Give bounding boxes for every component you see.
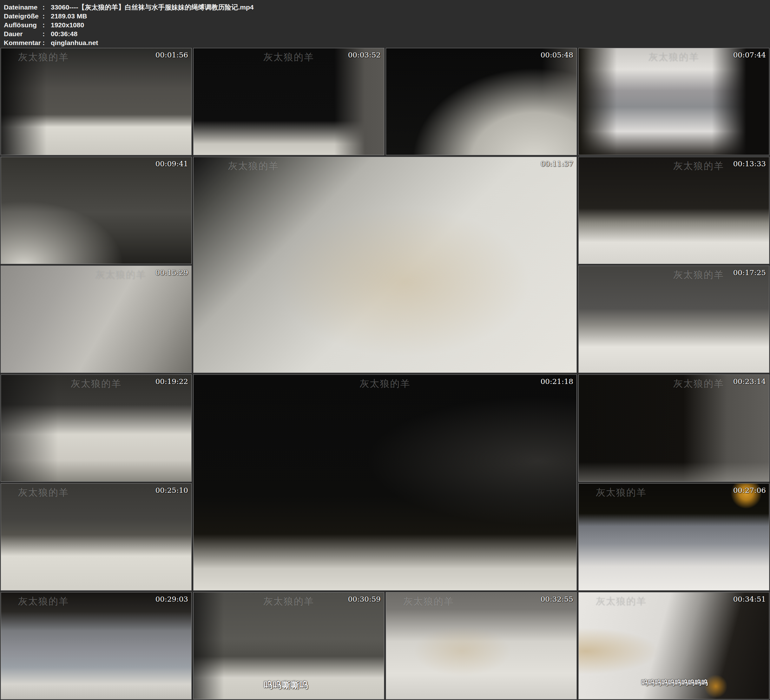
video-thumbnail: 灰太狼的羊 00:30:59 呜呜嘶嘶呜 [193, 592, 384, 699]
meta-label: Dateiname [4, 3, 42, 12]
meta-label: Dateigröße [4, 12, 42, 21]
video-thumbnail: 灰太狼的羊 00:17:25 [578, 266, 769, 373]
video-thumbnail: 灰太狼的羊 00:25:10 [1, 483, 192, 590]
timestamp-overlay: 00:11:37 [540, 160, 573, 168]
meta-label: Auflösung [4, 21, 42, 29]
watermark-text: 灰太狼的羊 [18, 595, 69, 608]
meta-row-comment: Kommentar : qinglanhua.net [4, 38, 770, 47]
comment-value: qinglanhua.net [51, 38, 770, 47]
timestamp-overlay: 00:19:22 [155, 377, 188, 386]
timestamp-overlay: 00:07:44 [733, 51, 766, 59]
timestamp-overlay: 00:23:14 [733, 377, 766, 386]
meta-label: Kommentar [4, 38, 42, 47]
video-thumbnail: 灰太狼的羊 00:15:29 [1, 266, 192, 373]
watermark-text: 灰太狼的羊 [18, 486, 69, 499]
watermark-text: 灰太狼的羊 [596, 595, 647, 608]
meta-colon: : [42, 3, 51, 12]
video-thumbnail: 00:09:41 [1, 157, 192, 264]
resolution-value: 1920x1080 [51, 21, 770, 29]
meta-colon: : [42, 12, 51, 21]
video-thumbnail: 灰太狼的羊 00:13:33 [578, 157, 769, 264]
meta-colon: : [42, 29, 51, 38]
video-thumbnail: 灰太狼的羊 00:29:03 [1, 592, 192, 699]
subtitle-caption: 呜呜呜呜呜呜呜呜呜呜 [642, 679, 708, 687]
video-thumbnail: 灰太狼的羊 00:07:44 [578, 48, 769, 155]
watermark-text: 灰太狼的羊 [673, 160, 724, 173]
video-thumbnail: 灰太狼的羊 00:23:14 [578, 374, 769, 482]
timestamp-overlay: 00:13:33 [733, 160, 766, 168]
thumbnail-grid: 灰太狼的羊 00:01:56 灰太狼的羊 00:03:52 00:05:48 灰… [0, 48, 770, 700]
timestamp-overlay: 00:25:10 [155, 486, 188, 494]
meta-row-resolution: Auflösung : 1920x1080 [4, 21, 770, 29]
watermark-text: 灰太狼的羊 [673, 269, 724, 282]
timestamp-overlay: 00:09:41 [155, 160, 188, 168]
video-thumbnail-large: 灰太狼的羊 00:21:18 [193, 374, 577, 590]
subtitle-caption: 呜呜嘶嘶呜 [264, 679, 308, 691]
filesize-value: 2189.03 MB [51, 12, 770, 21]
watermark-text: 灰太狼的羊 [360, 377, 411, 390]
timestamp-overlay: 00:05:48 [540, 51, 573, 59]
meta-row-filename: Dateiname : 33060----【灰太狼的羊】白丝袜与水手服妹妹的绳缚… [4, 3, 770, 12]
video-thumbnail: 灰太狼的羊 00:34:51 呜呜呜呜呜呜呜呜呜呜 [578, 592, 769, 699]
timestamp-overlay: 00:34:51 [733, 595, 766, 603]
meta-colon: : [42, 21, 51, 29]
watermark-text: 灰太狼的羊 [596, 486, 647, 499]
watermark-text: 灰太狼的羊 [95, 269, 146, 282]
timestamp-overlay: 00:21:18 [540, 377, 573, 386]
meta-colon: : [42, 38, 51, 47]
duration-value: 00:36:48 [51, 29, 770, 38]
watermark-text: 灰太狼的羊 [228, 160, 279, 173]
video-thumbnail: 00:05:48 [386, 48, 577, 155]
video-thumbnail: 灰太狼的羊 00:01:56 [1, 48, 192, 155]
video-thumbnail: 灰太狼的羊 00:27:06 [578, 483, 769, 590]
watermark-text: 灰太狼的羊 [18, 51, 69, 64]
timestamp-overlay: 00:03:52 [348, 51, 381, 59]
watermark-text: 灰太狼的羊 [263, 595, 314, 608]
video-thumbnail: 灰太狼的羊 00:19:22 [1, 374, 192, 482]
timestamp-overlay: 00:27:06 [733, 486, 766, 494]
meta-row-duration: Dauer : 00:36:48 [4, 29, 770, 38]
watermark-text: 灰太狼的羊 [649, 51, 699, 64]
meta-row-filesize: Dateigröße : 2189.03 MB [4, 12, 770, 21]
timestamp-overlay: 00:17:25 [733, 269, 766, 277]
timestamp-overlay: 00:30:59 [348, 595, 381, 603]
timestamp-overlay: 00:32:55 [540, 595, 573, 603]
meta-label: Dauer [4, 29, 42, 38]
filename-value: 33060----【灰太狼的羊】白丝袜与水手服妹妹的绳缚调教历险记.mp4 [51, 3, 770, 12]
video-thumbnail: 灰太狼的羊 00:03:52 [193, 48, 384, 155]
watermark-text: 灰太狼的羊 [403, 595, 454, 608]
timestamp-overlay: 00:29:03 [155, 595, 188, 603]
video-thumbnail-large: 灰太狼的羊 00:11:37 [193, 157, 577, 373]
watermark-text: 灰太狼的羊 [673, 377, 724, 390]
video-thumbnail: 灰太狼的羊 00:32:55 [386, 592, 577, 699]
timestamp-overlay: 00:01:56 [155, 51, 188, 59]
watermark-text: 灰太狼的羊 [263, 51, 314, 64]
metadata-header: Dateiname : 33060----【灰太狼的羊】白丝袜与水手服妹妹的绳缚… [0, 0, 770, 48]
watermark-text: 灰太狼的羊 [71, 377, 121, 390]
timestamp-overlay: 00:15:29 [155, 269, 188, 277]
